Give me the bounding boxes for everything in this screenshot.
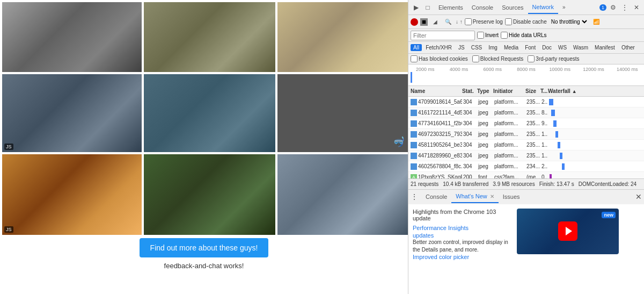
video-play-button[interactable] xyxy=(558,221,577,241)
blocked-requests-checkbox[interactable] xyxy=(472,55,479,62)
cursor-icon[interactable]: ▶ xyxy=(411,2,421,13)
type-media[interactable]: Media xyxy=(501,44,521,51)
header-name[interactable]: Name xyxy=(408,88,462,94)
throttle-select[interactable]: No throttling xyxy=(549,18,589,25)
network-badge: 1 xyxy=(599,4,606,11)
blocked-cookies-label[interactable]: Has blocked cookies xyxy=(411,55,468,62)
table-row[interactable]: 41617221114_4d5... 304 jpeg platform... … xyxy=(408,107,644,118)
improved-color-link[interactable]: Improved color picker xyxy=(413,254,515,260)
timeline-labels: 2000 ms 4000 ms 6000 ms 8000 ms 10000 ms… xyxy=(408,66,644,73)
close-devtools-icon[interactable]: ✕ xyxy=(631,2,642,13)
timeline-label-1: 4000 ms xyxy=(442,67,476,72)
feedback-text: feedback-and-chat works! xyxy=(2,262,406,270)
network-table-header: Name Stat. Type Initiator Size T... Wate… xyxy=(408,86,644,97)
photo-cell-seal xyxy=(277,2,408,72)
header-t[interactable]: T... xyxy=(540,88,548,94)
type-fetchxhr[interactable]: Fetch/XHR xyxy=(423,44,455,51)
settings-icon[interactable]: ⚙ xyxy=(608,2,618,13)
blocked-requests-label[interactable]: Blocked Requests xyxy=(472,55,524,62)
photo-cell-leopardshark xyxy=(277,154,408,235)
type-css[interactable]: CSS xyxy=(469,44,485,51)
devtools-panel: ▶ □ Elements Console Sources Network » 1… xyxy=(408,0,644,294)
highlights-panel: Highlights from the Chrome 103 update Pe… xyxy=(413,209,515,290)
type-ws[interactable]: WS xyxy=(555,44,569,51)
whats-new-close[interactable]: ✕ xyxy=(490,193,494,199)
type-js[interactable]: JS xyxy=(456,44,467,51)
filter-input[interactable] xyxy=(411,31,475,40)
stop-button[interactable]: ■ xyxy=(420,18,428,26)
timeline-label-3: 8000 ms xyxy=(509,67,543,72)
inspect-icon[interactable]: □ xyxy=(422,2,433,13)
devtools-tabs: Elements Console Sources Network » xyxy=(434,1,598,14)
timeline-label-5: 12000 ms xyxy=(577,67,611,72)
type-manifest[interactable]: Manifest xyxy=(592,44,618,51)
photo-grid: JS 🤿 JS xyxy=(0,0,408,234)
vertical-dots-icon[interactable]: ⋮ xyxy=(619,2,630,13)
hide-data-urls-checkbox[interactable] xyxy=(501,32,508,39)
highlights-title: Highlights from the Chrome 103 update xyxy=(413,209,515,221)
type-img[interactable]: Img xyxy=(486,44,500,51)
bottom-menu-icon[interactable]: ⋮ xyxy=(411,192,419,201)
search-icon[interactable]: 🔍 xyxy=(443,17,453,27)
hide-data-urls-label[interactable]: Hide data URLs xyxy=(501,32,547,39)
transferred-size: 10.4 kB transferred xyxy=(443,181,488,187)
bottom-tab-console[interactable]: Console xyxy=(421,190,451,203)
table-row[interactable]: 47099018614_5a6... 304 jpeg platform... … xyxy=(408,97,644,107)
header-initiator[interactable]: Initiator xyxy=(493,88,525,94)
table-row[interactable]: 46972303215_793... 304 jpeg platform... … xyxy=(408,129,644,140)
perf-insights-title: Performance Insights xyxy=(413,225,515,231)
header-type[interactable]: Type xyxy=(477,88,493,94)
header-status[interactable]: Stat. xyxy=(462,88,477,94)
type-font[interactable]: Font xyxy=(522,44,538,51)
network-status-bar: 21 requests 10.4 kB transferred 3.9 MB r… xyxy=(408,178,644,189)
type-all[interactable]: All xyxy=(411,44,422,51)
perf-desc: Better zoom control, improved display in… xyxy=(413,239,515,254)
disable-cache-label[interactable]: Disable cache xyxy=(505,18,547,25)
third-party-checkbox[interactable] xyxy=(528,55,535,62)
tab-network[interactable]: Network xyxy=(528,1,558,14)
wifi-icon[interactable]: 📶 xyxy=(591,17,602,27)
close-bottom-panel-icon[interactable]: ✕ xyxy=(635,192,642,201)
find-out-button[interactable]: Find out more about these guys! xyxy=(140,238,269,257)
tab-console[interactable]: Console xyxy=(467,1,497,14)
type-doc[interactable]: Doc xyxy=(539,44,554,51)
record-button[interactable] xyxy=(411,18,418,26)
table-row[interactable]: A1Ptxg8zYS_SKggP... 200 font css?fam... … xyxy=(408,172,644,178)
play-triangle-icon xyxy=(566,227,572,235)
table-row[interactable]: 45811905264_be3... 304 jpeg platform... … xyxy=(408,140,644,150)
filter-toggle-icon[interactable]: ◢ xyxy=(430,17,441,27)
blocked-cookies-checkbox[interactable] xyxy=(411,55,418,62)
timeline-label-4: 10000 ms xyxy=(543,67,577,72)
js-badge: JS xyxy=(4,144,13,150)
preserve-log-label[interactable]: Preserve log xyxy=(465,18,503,25)
tab-sources[interactable]: Sources xyxy=(497,1,528,14)
header-size[interactable]: Size xyxy=(525,88,540,94)
devtools-toolbar2: ■ ◢ 🔍 ↓ ↑ Preserve log Disable cache No … xyxy=(408,15,644,29)
third-party-label[interactable]: 3rd-party requests xyxy=(528,55,579,62)
bottom-tab-whats-new[interactable]: What's New ✕ xyxy=(451,190,498,203)
perf-updates-link[interactable]: updates xyxy=(413,232,515,239)
download-import-icons: ↓ ↑ xyxy=(456,19,463,25)
disable-cache-checkbox[interactable] xyxy=(505,18,512,25)
table-row[interactable]: 46025678804_f8c... 304 jpeg platform... … xyxy=(408,161,644,172)
table-row[interactable]: 47734160411_f2b6... 304 jpeg platform...… xyxy=(408,118,644,129)
invert-label[interactable]: Invert xyxy=(477,32,499,39)
tab-more[interactable]: » xyxy=(558,1,570,14)
finish-time: Finish: 13.47 s xyxy=(539,181,574,187)
table-row[interactable]: 44718289960_e83... 304 jpeg platform... … xyxy=(408,150,644,161)
header-waterfall[interactable]: Waterfall ▲ xyxy=(548,88,644,94)
toolbar-right: 1 ⚙ ⋮ ✕ xyxy=(599,2,642,13)
tab-elements[interactable]: Elements xyxy=(434,1,467,14)
timeline-label-0: 2000 ms xyxy=(408,67,442,72)
type-other[interactable]: Other xyxy=(619,44,638,51)
preserve-log-checkbox[interactable] xyxy=(465,18,472,25)
resources-size: 3.9 MB resources xyxy=(493,181,535,187)
waterfall-sort-arrow: ▲ xyxy=(572,89,577,94)
bottom-tab-issues[interactable]: Issues xyxy=(499,190,524,203)
photo-cell-sunset: JS xyxy=(2,154,142,235)
video-thumbnail[interactable]: new xyxy=(517,209,619,254)
cookie-filter-row: Has blocked cookies Blocked Requests 3rd… xyxy=(408,54,644,64)
timeline-area: 2000 ms 4000 ms 6000 ms 8000 ms 10000 ms… xyxy=(408,64,644,86)
invert-checkbox[interactable] xyxy=(477,32,484,39)
type-wasm[interactable]: Wasm xyxy=(570,44,591,51)
